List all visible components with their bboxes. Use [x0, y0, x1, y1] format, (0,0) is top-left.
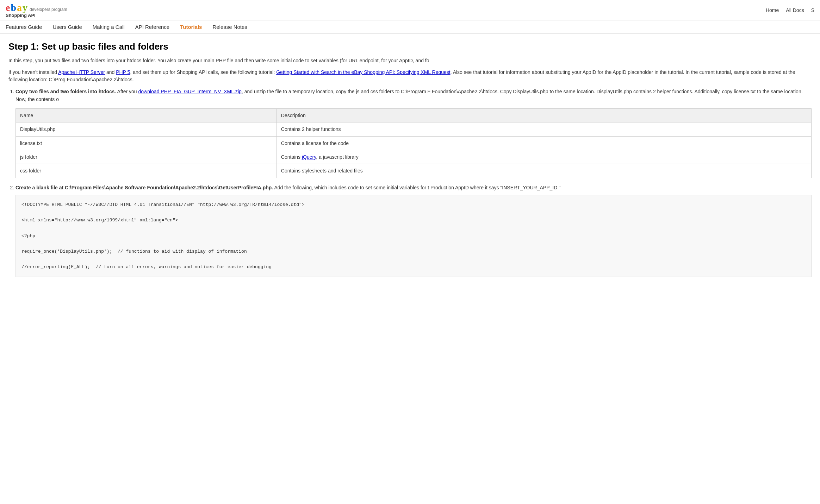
header: e b a y developers program Shopping API …: [0, 0, 820, 20]
files-table: Name Description DisplayUtils.php Contai…: [15, 108, 812, 178]
table-body: DisplayUtils.php Contains 2 helper funct…: [16, 122, 812, 178]
header-links: Home All Docs S: [766, 7, 814, 13]
nav-users-guide[interactable]: Users Guide: [52, 24, 82, 30]
logo-letter-y: y: [23, 2, 27, 13]
home-link[interactable]: Home: [766, 7, 779, 13]
step1-bold: Copy two files and two folders into htdo…: [15, 89, 116, 94]
row1-name: DisplayUtils.php: [16, 122, 277, 136]
table-row: license.txt Contains a license for the c…: [16, 136, 812, 150]
logo-letter-b: b: [11, 2, 16, 13]
row2-desc: Contains a license for the code: [277, 136, 811, 150]
nav-api-reference[interactable]: API Reference: [135, 24, 170, 30]
getting-started-link[interactable]: Getting Started with Search in the eBay …: [276, 69, 450, 75]
table-header-row: Name Description: [16, 108, 812, 122]
download-link[interactable]: download PHP_FIA_GUP_Interm_NV_XML.zip: [138, 89, 242, 94]
page-title: Step 1: Set up basic files and folders: [8, 41, 812, 52]
step-1: Copy two files and two folders into htdo…: [15, 88, 812, 178]
intro2-mid2: , and set them up for Shopping API calls…: [130, 69, 276, 75]
row3-name: js folder: [16, 150, 277, 164]
col-name-header: Name: [16, 108, 277, 122]
navigation: Features Guide Users Guide Making a Call…: [0, 20, 820, 34]
logo-letter-e: e: [6, 2, 10, 13]
nav-features-guide[interactable]: Features Guide: [6, 24, 42, 30]
intro2-pre: If you haven't installed: [8, 69, 58, 75]
logo-area: e b a y developers program Shopping API: [6, 2, 67, 18]
step1-text-pre: After you: [116, 89, 138, 94]
main-content: Step 1: Set up basic files and folders I…: [0, 34, 820, 290]
row1-desc: Contains 2 helper functions: [277, 122, 811, 136]
steps-list: Copy two files and two folders into htdo…: [8, 88, 812, 277]
developers-text: developers program: [30, 7, 67, 12]
row3-desc-post: , a javascript library: [316, 154, 359, 160]
step2-text-post: Add the following, which includes code t…: [273, 185, 560, 190]
table-row: css folder Contains stylesheets and rela…: [16, 164, 812, 178]
row3-desc: Contains jQuery, a javascript library: [277, 150, 811, 164]
ebay-logo: e b a y developers program: [6, 2, 67, 13]
row2-name: license.txt: [16, 136, 277, 150]
nav-release-notes[interactable]: Release Notes: [212, 24, 247, 30]
table-header: Name Description: [16, 108, 812, 122]
table-row: DisplayUtils.php Contains 2 helper funct…: [16, 122, 812, 136]
logo-letter-a: a: [17, 2, 22, 13]
code-block: <!DOCTYYPE HTML PUBLIC "-//W3C//DTD HTML…: [15, 195, 812, 277]
row3-desc-pre: Contains: [281, 154, 302, 160]
nav-making-a-call[interactable]: Making a Call: [93, 24, 125, 30]
shopping-api-label: Shopping API: [6, 13, 67, 18]
row4-desc: Contains stylesheets and related files: [277, 164, 811, 178]
col-desc-header: Description: [277, 108, 811, 122]
step2-bold: Create a blank file at C:\Program Files\…: [15, 185, 273, 190]
apache-link[interactable]: Apache HTTP Server: [58, 69, 105, 75]
php5-link[interactable]: PHP 5: [116, 69, 130, 75]
intro-paragraph-2: If you haven't installed Apache HTTP Ser…: [8, 69, 812, 83]
row4-name: css folder: [16, 164, 277, 178]
intro2-mid1: and: [105, 69, 116, 75]
table-row: js folder Contains jQuery, a javascript …: [16, 150, 812, 164]
jquery-link[interactable]: jQuery: [302, 154, 316, 160]
search-link[interactable]: S: [811, 7, 814, 13]
all-docs-link[interactable]: All Docs: [786, 7, 804, 13]
nav-tutorials[interactable]: Tutorials: [180, 24, 202, 30]
intro-paragraph-1: In this step, you put two files and two …: [8, 57, 812, 64]
step-2: Create a blank file at C:\Program Files\…: [15, 184, 812, 277]
